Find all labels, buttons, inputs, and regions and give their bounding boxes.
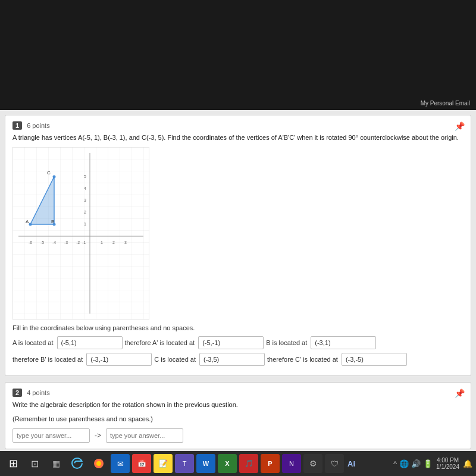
taskbar-right: ^ 🌐 🔊 🔋 4:00 PM 1/1/2024 🔔	[393, 457, 472, 470]
date-display: 1/1/2024	[436, 464, 459, 470]
b-input[interactable]	[311, 336, 376, 349]
settings-icon[interactable]: ⚙	[303, 454, 322, 473]
answer-input-2[interactable]	[106, 428, 183, 443]
clock: 4:00 PM	[436, 457, 459, 464]
svg-text:-6: -6	[29, 240, 32, 245]
svg-text:5: 5	[84, 174, 86, 178]
c-label: C is located at	[154, 356, 196, 363]
question-1-block: 1 6 points 📌 A triangle has vertices A(-…	[5, 115, 471, 376]
svg-text:1: 1	[101, 240, 103, 245]
edge-icon[interactable]	[68, 454, 87, 473]
svg-text:4: 4	[84, 186, 86, 190]
c-prime-input[interactable]	[342, 353, 407, 366]
excel-icon[interactable]: X	[218, 454, 237, 473]
search-button[interactable]: ⊡	[25, 454, 44, 473]
a-prime-input[interactable]	[198, 336, 264, 349]
mail-icon[interactable]: ✉	[111, 454, 130, 473]
svg-text:3: 3	[124, 240, 127, 245]
question-2-subtext: (Remember to use parentheses and no spac…	[12, 415, 464, 424]
start-button[interactable]: ⊞	[4, 454, 23, 473]
question-2-text: Write the algebraic description for the …	[12, 400, 464, 409]
a-prime-label: therefore A' is located at	[125, 339, 195, 346]
svg-point-26	[96, 461, 101, 466]
svg-point-22	[29, 223, 32, 226]
question-2-block: 2 4 points 📌 Write the algebraic descrip…	[5, 382, 471, 449]
teams-icon[interactable]: T	[175, 454, 194, 473]
pin-icon-q2[interactable]: 📌	[455, 389, 465, 398]
svg-text:A: A	[26, 219, 29, 224]
arrow-label: ->	[95, 431, 101, 440]
question-1-text: A triangle has vertices A(-5, 1), B(-3, …	[12, 133, 464, 142]
b-prime-input[interactable]	[86, 353, 152, 366]
svg-rect-1	[12, 147, 149, 320]
notes-icon[interactable]: 📝	[154, 454, 173, 473]
ai-label[interactable]: Ai	[347, 459, 355, 468]
answer-row: ->	[12, 428, 464, 443]
top-bar: My Personal Email	[0, 0, 476, 110]
svg-text:2: 2	[84, 210, 86, 214]
main-content: 1 6 points 📌 A triangle has vertices A(-…	[0, 110, 476, 476]
coord-svg: -6 -5 -4 -3 -2 -1 1 2 3 5 4 3 2 1	[12, 147, 149, 320]
coords-row-1: A is located at therefore A' is located …	[12, 336, 464, 349]
graph-area: -6 -5 -4 -3 -2 -1 1 2 3 5 4 3 2 1	[12, 147, 464, 320]
svg-text:-5: -5	[40, 240, 44, 245]
svg-text:-2: -2	[76, 240, 80, 245]
svg-text:-1: -1	[82, 240, 86, 245]
podcast-icon[interactable]: 🎵	[239, 454, 258, 473]
calendar-icon[interactable]: 📅	[132, 454, 151, 473]
svg-text:-4: -4	[52, 240, 56, 245]
a-label: A is located at	[12, 339, 54, 346]
sys-tray: ^ 🌐 🔊 🔋	[393, 459, 433, 468]
fill-in-label: Fill in the coordinates below using pare…	[12, 324, 464, 331]
question-1-header: 1 6 points	[12, 121, 464, 130]
notifications-icon[interactable]: 🔔	[463, 459, 472, 468]
c-input[interactable]	[199, 353, 265, 366]
word-icon[interactable]: W	[196, 454, 215, 473]
coords-row-2: therefore B' is located at C is located …	[12, 353, 464, 366]
answer-input-1[interactable]	[12, 428, 90, 443]
chevron-up-icon[interactable]: ^	[393, 459, 397, 468]
powerpoint-icon[interactable]: P	[261, 454, 280, 473]
question-2-number: 2	[12, 389, 22, 397]
pin-icon-q1[interactable]: 📌	[455, 121, 465, 131]
widgets-button[interactable]: ▦	[46, 454, 65, 473]
svg-point-23	[53, 223, 56, 226]
onenote-icon[interactable]: N	[282, 454, 301, 473]
svg-point-24	[53, 176, 56, 178]
c-prime-label: therefore C' is located at	[267, 356, 338, 363]
taskbar: ⊞ ⊡ ▦ ✉ 📅 📝 T W X 🎵 P N ⚙ 🛡 Ai ^ 🌐 🔊 🔋 4…	[0, 451, 476, 476]
coordinate-plane: -6 -5 -4 -3 -2 -1 1 2 3 5 4 3 2 1	[12, 147, 149, 320]
b-label: B is located at	[266, 339, 307, 346]
speaker-icon[interactable]: 🔊	[411, 459, 421, 468]
question-2-points: 4 points	[27, 389, 50, 396]
question-2-header: 2 4 points	[12, 389, 464, 397]
svg-text:1: 1	[84, 222, 86, 226]
network-icon[interactable]: 🌐	[399, 459, 409, 468]
firefox-icon[interactable]	[89, 454, 108, 473]
time-display[interactable]: 4:00 PM 1/1/2024	[436, 457, 459, 470]
question-1-number: 1	[12, 121, 22, 130]
battery-icon[interactable]: 🔋	[423, 459, 433, 468]
b-prime-label: therefore B' is located at	[12, 356, 83, 363]
svg-text:-3: -3	[64, 240, 68, 245]
svg-text:3: 3	[84, 198, 86, 202]
email-link[interactable]: My Personal Email	[421, 100, 470, 107]
svg-text:C: C	[47, 170, 51, 176]
security-icon[interactable]: 🛡	[325, 454, 344, 473]
svg-text:2: 2	[112, 240, 115, 245]
a-input[interactable]	[57, 336, 123, 349]
question-1-points: 6 points	[27, 122, 50, 129]
